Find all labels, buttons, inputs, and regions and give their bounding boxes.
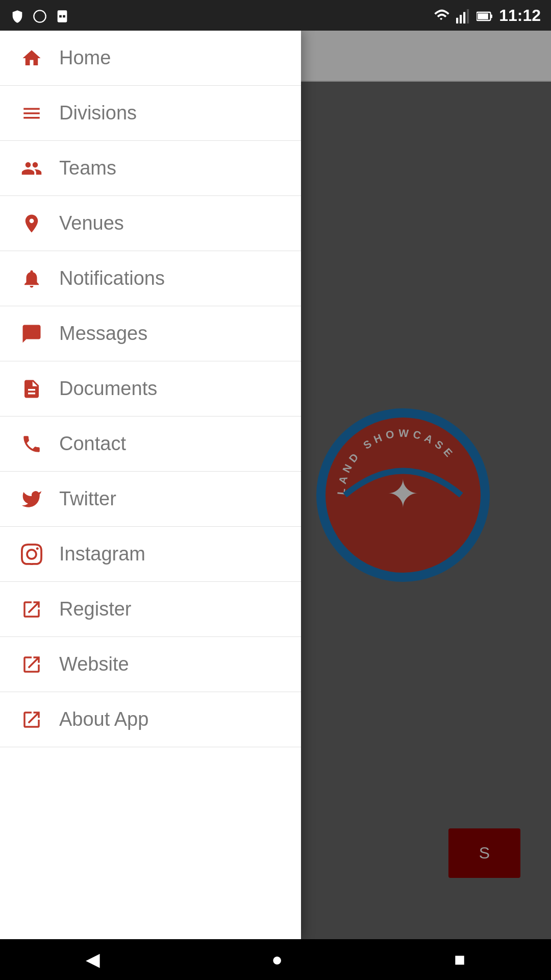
home-button[interactable]: ● <box>256 944 298 975</box>
sidebar-item-website-label: Website <box>59 653 129 675</box>
twitter-icon <box>18 488 45 510</box>
sidebar-item-home-label: Home <box>59 47 111 69</box>
status-bar: 11:12 <box>0 0 551 31</box>
sidebar-item-website[interactable]: Website <box>0 637 301 692</box>
notifications-icon <box>18 268 45 289</box>
status-bar-left <box>10 7 69 23</box>
sidebar-item-teams-label: Teams <box>59 157 116 179</box>
svg-rect-4 <box>456 17 458 23</box>
sidebar-item-register-label: Register <box>59 598 132 620</box>
svg-rect-6 <box>463 12 465 23</box>
svg-rect-1 <box>58 10 67 22</box>
battery-icon <box>477 7 493 23</box>
sidebar-item-about-app-label: About App <box>59 708 148 730</box>
status-bar-right: 11:12 <box>434 6 541 25</box>
sidebar-item-instagram[interactable]: Instagram <box>0 527 301 582</box>
sidebar-item-documents-label: Documents <box>59 378 157 400</box>
about-app-icon <box>18 709 45 730</box>
sidebar-item-twitter-label: Twitter <box>59 488 116 510</box>
sidebar-item-home[interactable]: Home <box>0 31 301 86</box>
messages-icon <box>18 323 45 345</box>
side-drawer: Home Divisions Teams Venues Notification… <box>0 31 301 939</box>
svg-rect-5 <box>460 15 462 23</box>
svg-rect-2 <box>59 15 62 17</box>
status-time: 11:12 <box>499 6 541 25</box>
sidebar-item-about-app[interactable]: About App <box>0 692 301 747</box>
back-button[interactable]: ◀ <box>70 944 115 975</box>
sidebar-item-teams[interactable]: Teams <box>0 141 301 196</box>
documents-icon <box>18 378 45 400</box>
sidebar-item-documents[interactable]: Documents <box>0 361 301 416</box>
sidebar-item-register[interactable]: Register <box>0 582 301 637</box>
svg-rect-3 <box>63 15 65 17</box>
svg-rect-7 <box>467 9 469 23</box>
circle-icon <box>33 7 47 23</box>
sidebar-item-divisions[interactable]: Divisions <box>0 86 301 141</box>
sidebar-item-notifications-label: Notifications <box>59 267 165 289</box>
navigation-bar: ◀ ● ■ <box>0 939 551 980</box>
sidebar-item-messages-label: Messages <box>59 323 147 345</box>
recent-button[interactable]: ■ <box>439 944 481 975</box>
website-icon <box>18 654 45 675</box>
sidebar-item-contact-label: Contact <box>59 433 126 455</box>
register-icon <box>18 599 45 620</box>
sidebar-item-venues[interactable]: Venues <box>0 196 301 251</box>
sidebar-item-instagram-label: Instagram <box>59 543 145 565</box>
svg-point-0 <box>34 10 45 22</box>
sidebar-item-messages[interactable]: Messages <box>0 306 301 361</box>
wifi-icon <box>434 7 450 23</box>
svg-rect-9 <box>491 14 492 18</box>
teams-icon <box>18 158 45 179</box>
sidebar-item-twitter[interactable]: Twitter <box>0 472 301 527</box>
sidebar-item-notifications[interactable]: Notifications <box>0 251 301 306</box>
sim-icon <box>55 7 69 23</box>
instagram-icon <box>18 544 45 565</box>
venues-icon <box>18 213 45 234</box>
contact-icon <box>18 433 45 455</box>
sidebar-item-contact[interactable]: Contact <box>0 416 301 472</box>
home-icon <box>18 47 45 69</box>
signal-icon <box>456 7 470 23</box>
divisions-icon <box>18 103 45 124</box>
sidebar-item-divisions-label: Divisions <box>59 102 137 124</box>
shield-icon <box>10 7 24 23</box>
sidebar-item-venues-label: Venues <box>59 212 124 234</box>
svg-rect-10 <box>478 13 488 19</box>
